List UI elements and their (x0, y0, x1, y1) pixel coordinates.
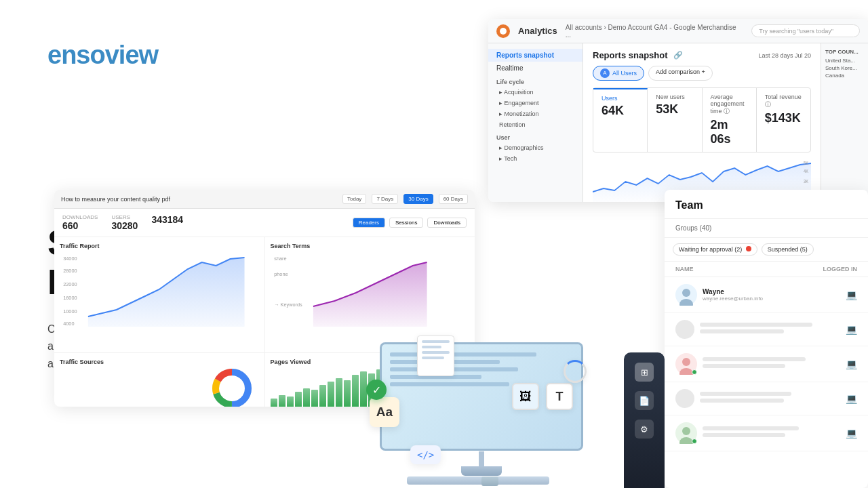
search-placeholder: Try searching "users today" (759, 28, 833, 35)
app-icon-doc[interactable]: 📄 (635, 391, 654, 410)
sidebar-item-reports-snapshot[interactable]: Reports snapshot (488, 49, 583, 62)
sidebar-item-acquisition[interactable]: ▸ Acquisition (488, 87, 583, 98)
sidebar-item-realtime[interactable]: Realtime (488, 62, 583, 75)
search-terms-title: Search Terms (271, 243, 470, 249)
svg-text:3K: 3K (804, 178, 809, 184)
avatar-2 (675, 353, 697, 375)
snapshot-header: Reports snapshot 🔗 Last 28 days Jul 20 (593, 50, 811, 60)
skel-line-2b (703, 364, 785, 368)
team-skeleton-4: 💻 (665, 415, 868, 451)
analytics-title: Analytics (518, 26, 557, 36)
metric-revenue-value: $143K (765, 111, 802, 125)
metric-new-users: New users 53K (648, 88, 702, 152)
float-image-card: 🖼 (512, 383, 539, 410)
dash-tab-30days[interactable]: 30 Days (403, 194, 433, 204)
metric-users-label: Users (601, 95, 639, 102)
dash-tab-60days[interactable]: 60 Days (439, 194, 468, 204)
monitor-stand (479, 451, 484, 466)
sidebar-item-monetization[interactable]: ▸ Monetization (488, 108, 583, 119)
doc-line-4 (422, 357, 444, 359)
sidebar-item-tech[interactable]: ▸ Tech (488, 153, 583, 164)
traffic-chart-area: 34000 28000 22000 16000 10000 4000 (60, 252, 259, 327)
analytics-search[interactable]: Try searching "users today" (751, 24, 860, 37)
traffic-sources-title: Traffic Sources (60, 359, 259, 365)
team-row-wayne: Wayne wayne.reese@urban.info 💻 (665, 277, 868, 313)
metric-users: Users 64K (593, 88, 648, 152)
country-1: United Sta... (825, 58, 864, 64)
dash-tab-7days[interactable]: 7 Days (372, 194, 398, 204)
metrics-row: Users 64K New users 53K Average engageme… (593, 87, 811, 152)
team-panel: Team Groups (40) Waiting for approval (2… (665, 190, 868, 488)
skel-lines-1 (700, 323, 840, 336)
skel-lines-2 (703, 357, 840, 371)
team-skeleton-2: 💻 (665, 346, 868, 382)
dash-btn-downloads[interactable]: Downloads (427, 218, 467, 228)
analytics-body: Reports snapshot Realtime Life cycle ▸ A… (488, 43, 868, 202)
svg-text:4000: 4000 (63, 321, 74, 327)
svg-text:→ Keywords: → Keywords (274, 302, 302, 308)
skel-line-4a (703, 426, 799, 430)
pill-add-comparison[interactable]: Add comparison + (648, 66, 713, 81)
app-icon-settings[interactable]: ⚙ (635, 420, 654, 439)
svg-text:5K: 5K (804, 160, 809, 165)
device-icon-wayne: 💻 (846, 289, 857, 300)
monitor-base (461, 466, 502, 476)
filter-waiting[interactable]: Waiting for approval (2) (673, 243, 757, 256)
pills-row: A All Users Add comparison + (593, 66, 811, 81)
metric-users-value: 64K (601, 104, 639, 118)
metric-revenue-label: Total revenue ⓘ (765, 94, 802, 109)
team-skeleton-1: 💻 (665, 313, 868, 346)
sidebar-item-retention[interactable]: Retention (488, 119, 583, 130)
float-spinner (564, 360, 587, 383)
team-header: Team (665, 190, 868, 219)
logo-accent: o (90, 41, 104, 69)
doc-line-3 (422, 351, 450, 354)
dash-btn-sessions[interactable]: Sessions (389, 218, 423, 228)
stat-users: USERS 30280 (111, 214, 138, 231)
device-icon-4: 💻 (846, 428, 857, 439)
traffic-sources: Traffic Sources (54, 353, 265, 407)
col-logged: LOGGED IN (823, 266, 857, 272)
svg-text:34000: 34000 (63, 256, 77, 262)
analytics-header: Analytics All accounts › Demo Account GA… (488, 19, 868, 43)
stat-views: 343184 (151, 214, 183, 231)
metric-engagement-label: Average engagement time ⓘ (711, 94, 748, 116)
sidebar-item-demographics[interactable]: ▸ Demographics (488, 142, 583, 153)
doc-line-2 (422, 346, 441, 348)
filter-suspended[interactable]: Suspended (5) (762, 243, 814, 256)
team-cols: NAME LOGGED IN (665, 262, 868, 277)
sidebar-section-user: User (488, 130, 583, 142)
search-chart-area: share phone → Keywords (271, 252, 470, 327)
stat-downloads-label: DOWNLOADS (62, 214, 98, 220)
wayne-email: wayne.reese@urban.info (703, 296, 840, 302)
logo-prefix: ens (47, 41, 90, 69)
pill-all-users[interactable]: A All Users (593, 66, 644, 81)
svg-text:4K: 4K (804, 168, 809, 174)
skel-line-3a (700, 392, 791, 396)
snapshot-title: Reports snapshot (593, 50, 668, 60)
svg-point-20 (682, 289, 690, 297)
team-skeleton-3: 💻 (665, 382, 868, 415)
device-icon-1: 💻 (846, 324, 857, 335)
app-icon-grid[interactable]: ⊞ (635, 363, 654, 382)
top-countries-label: TOP COUN... (825, 49, 864, 55)
country-3: Canada (825, 73, 864, 79)
country-panel: TOP COUN... United Sta... South Kore... … (821, 43, 868, 202)
metric-new-users-label: New users (656, 94, 693, 100)
svg-text:28000: 28000 (63, 268, 77, 274)
svg-point-26 (682, 427, 690, 435)
analytics-main: Reports snapshot 🔗 Last 28 days Jul 20 A… (583, 43, 821, 202)
avatar-wayne (675, 284, 697, 306)
metric-engagement: Average engagement time ⓘ 2m 06s (703, 88, 757, 152)
wayne-name: Wayne (703, 288, 840, 296)
dash-btn-readers[interactable]: Readers (353, 218, 385, 228)
analytics-logo-icon (496, 24, 510, 38)
skel-avatar-3 (675, 389, 694, 408)
dash-chart-traffic: Traffic Report 34000 28000 22000 16000 1… (54, 237, 265, 352)
sidebar-item-engagement[interactable]: ▸ Engagement (488, 98, 583, 108)
dash-header: How to measure your content quality pdf … (54, 190, 475, 209)
monitor-line-1 (390, 352, 536, 357)
analytics-sidebar: Reports snapshot Realtime Life cycle ▸ A… (488, 43, 583, 202)
dash-tab-today[interactable]: Today (342, 194, 366, 204)
logo: ensoview (47, 41, 158, 70)
